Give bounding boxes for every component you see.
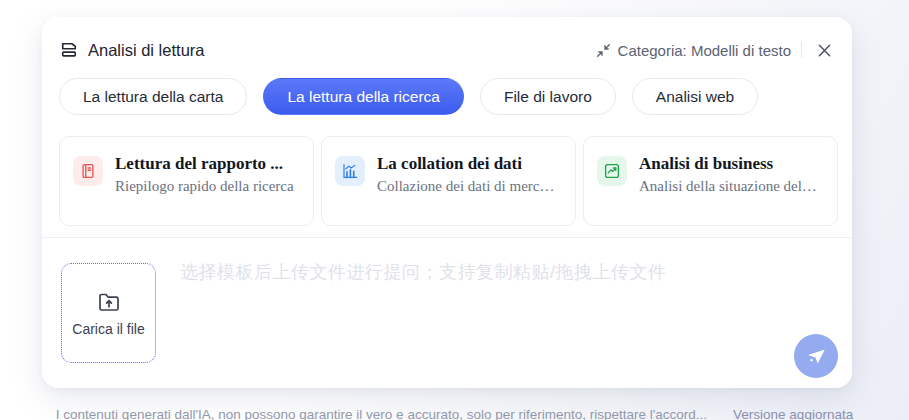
dialog-header: Analisi di lettura Categoria: Modelli di… xyxy=(59,35,836,65)
send-button[interactable] xyxy=(794,334,838,378)
collapse-icon xyxy=(596,43,611,58)
tab-analisi-web[interactable]: Analisi web xyxy=(632,78,758,115)
update-link[interactable]: Versione aggiornata xyxy=(733,407,853,420)
footer-disclaimer: I contenuti generati dall'IA, non posson… xyxy=(0,407,909,420)
close-button[interactable] xyxy=(812,38,836,62)
tab-lettura-carta[interactable]: La lettura della carta xyxy=(59,78,247,115)
card-title: Lettura del rapporto ... xyxy=(115,154,294,174)
header-divider xyxy=(801,42,802,58)
upload-file-button[interactable]: Carica il file xyxy=(61,263,156,363)
reader-icon xyxy=(59,40,79,60)
card-subtitle: Analisi della situazione del… xyxy=(639,178,817,195)
template-cards: Lettura del rapporto ... Riepilogo rapid… xyxy=(59,136,838,226)
card-title: Analisi di business xyxy=(639,154,817,174)
card-analisi-business[interactable]: Analisi di business Analisi della situaz… xyxy=(583,136,838,226)
category-selector[interactable]: Categoria: Modelli di testo xyxy=(596,42,791,59)
card-title: La collation dei dati xyxy=(377,154,554,174)
card-subtitle: Collazione dei dati di merc… xyxy=(377,178,554,195)
upload-label: Carica il file xyxy=(72,321,144,337)
dialog-title: Analisi di lettura xyxy=(88,41,204,60)
section-divider xyxy=(42,237,852,238)
tab-lettura-ricerca[interactable]: La lettura della ricerca xyxy=(263,78,464,115)
prompt-placeholder: 选择模板后上传文件进行提问；支持复制粘贴/拖拽上传文件 xyxy=(180,260,782,284)
card-subtitle: Riepilogo rapido della ricerca xyxy=(115,178,294,195)
close-icon xyxy=(817,43,832,58)
category-label: Categoria: Modelli di testo xyxy=(618,42,791,59)
template-tabs: La lettura della carta La lettura della … xyxy=(59,78,758,115)
disclaimer-text: I contenuti generati dall'IA, non posson… xyxy=(56,407,707,420)
folder-upload-icon xyxy=(97,290,121,314)
notebook-icon xyxy=(73,156,103,186)
card-collation-dati[interactable]: La collation dei dati Collazione dei dat… xyxy=(321,136,576,226)
tab-file-lavoro[interactable]: File di lavoro xyxy=(480,78,616,115)
paper-plane-icon xyxy=(805,345,827,367)
bar-chart-icon xyxy=(335,156,365,186)
line-chart-icon xyxy=(597,156,627,186)
card-lettura-rapporto[interactable]: Lettura del rapporto ... Riepilogo rapid… xyxy=(59,136,314,226)
analysis-dialog: Analisi di lettura Categoria: Modelli di… xyxy=(42,17,852,388)
